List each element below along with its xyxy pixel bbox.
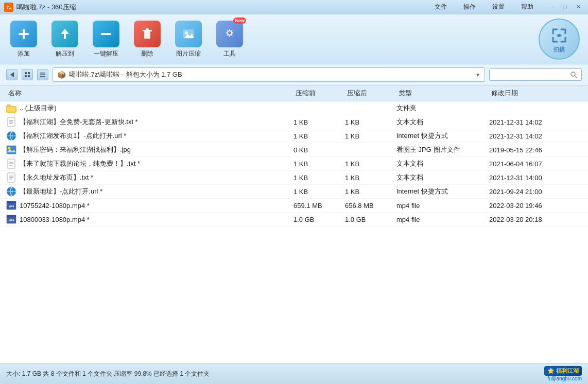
new-badge: New: [233, 18, 246, 24]
title-text: 噶啦啦.7z - 360压缩: [16, 3, 76, 12]
menu-settings[interactable]: 设置: [488, 3, 509, 11]
table-row[interactable]: .. (上级目录) 文件夹: [0, 101, 588, 115]
minimize-button[interactable]: —: [546, 3, 557, 12]
url-icon: [6, 186, 16, 197]
title-bar: 7z 噶啦啦.7z - 360压缩 文件 操作 设置 帮助 — □ ✕: [0, 0, 588, 14]
file-name: 【来了就能下载的论坛，纯免费！】.txt *: [20, 159, 140, 168]
table-row[interactable]: 【福利江湖发布页1】-点此打开.url * 1 KB 1 KB Internet…: [0, 129, 588, 143]
svg-rect-20: [40, 75, 45, 76]
watermark-logo: 🌟 福利江湖: [544, 366, 582, 376]
table-row[interactable]: 【最新地址】-点此打开.url * 1 KB 1 KB Internet 快捷方…: [0, 185, 588, 199]
file-name: 【福利江湖】全免费-无套路-更新快.txt *: [20, 117, 138, 127]
file-name: 10800033-1080p.mp4 *: [20, 216, 90, 223]
file-size-before: 0 KB: [293, 146, 345, 154]
file-icon: [6, 131, 16, 141]
svg-rect-6: [144, 30, 150, 39]
table-row[interactable]: 【来了就能下载的论坛，纯免费！】.txt * 1 KB 1 KB 文本文档 20…: [0, 157, 588, 171]
tools-button[interactable]: New 工具: [214, 21, 245, 58]
file-size-after: 1 KB: [345, 118, 396, 126]
col-size-before[interactable]: 压缩前: [293, 88, 345, 99]
txt-icon: [7, 159, 15, 169]
svg-point-32: [8, 147, 11, 150]
table-row[interactable]: 【永久地址发布页】.txt * 1 KB 1 KB 文本文档 2021-12-3…: [0, 171, 588, 185]
search-icon: [570, 71, 577, 78]
menu-bar: 文件 操作 设置 帮助: [430, 3, 538, 11]
search-box[interactable]: [489, 68, 582, 81]
svg-point-12: [228, 31, 231, 34]
col-name[interactable]: 名称: [6, 88, 293, 99]
file-type: 看图王 JPG 图片文件: [396, 145, 489, 154]
file-size-before: 659.1 MB: [293, 202, 345, 210]
mp4-icon: MP4: [6, 201, 16, 210]
file-icon: MP4: [6, 214, 16, 224]
file-name-cell: 【福利江湖发布页1】-点此打开.url *: [6, 131, 293, 141]
svg-rect-49: [7, 215, 16, 217]
col-type[interactable]: 类型: [396, 88, 489, 99]
svg-rect-17: [25, 75, 27, 77]
status-text: 大小: 1.7 GB 共 8 个文件和 1 个文件夹 压缩率 99.8% 已经选…: [6, 370, 210, 378]
icon-view-button[interactable]: [22, 69, 33, 80]
file-name: 【福利江湖发布页1】-点此打开.url *: [20, 131, 126, 141]
menu-action[interactable]: 操作: [459, 3, 480, 11]
mp4-icon: MP4: [6, 215, 16, 224]
add-button[interactable]: 添加: [8, 21, 39, 58]
svg-point-13: [558, 34, 561, 37]
file-name: 【解压密码：来福利江湖找福利】.jpg: [20, 145, 131, 154]
extract-to-icon: [51, 21, 78, 47]
menu-file[interactable]: 文件: [430, 3, 451, 11]
file-modified: 2022-03-20 20:18: [489, 216, 582, 223]
delete-button[interactable]: 删除: [132, 21, 163, 58]
watermark-url: fulijianghu.com: [547, 376, 582, 381]
file-type: mp4 file: [396, 202, 489, 210]
svg-rect-19: [40, 73, 45, 74]
tools-label: 工具: [223, 49, 236, 58]
file-name-cell: MP4 10800033-1080p.mp4 *: [6, 214, 293, 224]
table-row[interactable]: 【福利江湖】全免费-无套路-更新快.txt * 1 KB 1 KB 文本文档 2…: [0, 115, 588, 129]
file-size-before: 1.0 GB: [293, 216, 345, 223]
file-modified: 2019-05-15 22:46: [489, 146, 582, 154]
file-name-cell: 【来了就能下载的论坛，纯免费！】.txt *: [6, 159, 293, 169]
close-button[interactable]: ✕: [573, 3, 584, 12]
svg-rect-16: [28, 72, 30, 74]
file-size-before: 1 KB: [293, 118, 345, 126]
table-row[interactable]: MP4 10800033-1080p.mp4 * 1.0 GB 1.0 GB m…: [0, 213, 588, 226]
svg-rect-8: [146, 28, 149, 30]
svg-rect-3: [19, 33, 29, 35]
txt-icon: [7, 117, 15, 127]
file-icon: [6, 172, 16, 183]
file-name-cell: MP4 10755242-1080p.mp4 *: [6, 200, 293, 211]
svg-rect-46: [7, 201, 16, 203]
svg-rect-31: [7, 146, 16, 154]
col-modified[interactable]: 修改日期: [489, 88, 582, 99]
file-type: mp4 file: [396, 216, 489, 223]
file-icon: [6, 103, 16, 113]
one-key-label: 一键解压: [94, 49, 118, 58]
file-size-before: 1 KB: [293, 132, 345, 140]
address-input[interactable]: 📦 噶啦啦.7z\噶啦啦 - 解包大小为 1.7 GB ▼: [53, 67, 485, 82]
txt-icon: [7, 172, 15, 183]
dropdown-icon: ▼: [475, 72, 480, 78]
table-row[interactable]: 【解压密码：来福利江湖找福利】.jpg 0 KB 看图王 JPG 图片文件 20…: [0, 143, 588, 157]
list-view-button[interactable]: [37, 69, 48, 80]
maximize-button[interactable]: □: [559, 3, 570, 12]
scan-icon: 扫描: [539, 19, 580, 60]
file-size-after: 1 KB: [345, 188, 396, 196]
status-bar: 大小: 1.7 GB 共 8 个文件和 1 个文件夹 压缩率 99.8% 已经选…: [0, 363, 588, 384]
menu-help[interactable]: 帮助: [517, 3, 538, 11]
svg-rect-15: [25, 72, 27, 74]
extract-to-button[interactable]: 解压到: [49, 21, 80, 58]
back-button[interactable]: [6, 69, 18, 80]
file-name-cell: 【福利江湖】全免费-无套路-更新快.txt *: [6, 117, 293, 127]
scan-area[interactable]: 扫描: [539, 19, 580, 60]
svg-text:MP4: MP4: [9, 205, 14, 208]
svg-rect-5: [101, 33, 111, 35]
file-modified: 2021-12-31 14:02: [489, 118, 582, 126]
one-key-extract-button[interactable]: 一键解压: [91, 21, 122, 58]
file-name-cell: 【最新地址】-点此打开.url *: [6, 186, 293, 197]
file-size-after: 1 KB: [345, 174, 396, 182]
table-row[interactable]: MP4 10755242-1080p.mp4 * 659.1 MB 656.8 …: [0, 199, 588, 213]
col-size-after[interactable]: 压缩后: [345, 88, 396, 99]
file-icon: MP4: [6, 200, 16, 211]
img-compress-button[interactable]: 图片压缩: [173, 21, 204, 58]
file-type: 文本文档: [396, 173, 489, 182]
